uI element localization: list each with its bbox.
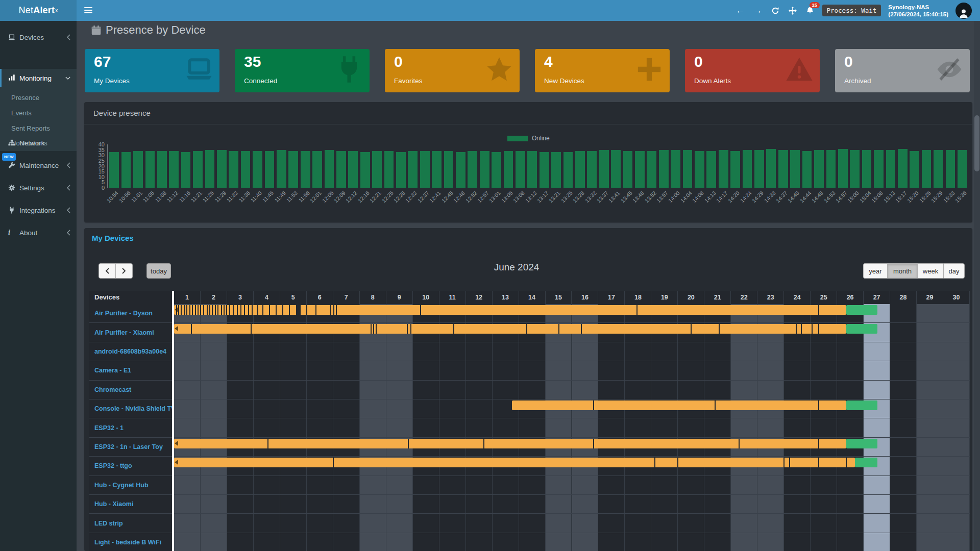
day-cell xyxy=(704,495,731,513)
presence-bar-online-now[interactable] xyxy=(846,400,877,410)
calendar-next-button[interactable] xyxy=(115,263,133,279)
device-name-link[interactable]: Hub - Xiaomi xyxy=(89,495,172,513)
day-cell xyxy=(757,381,784,399)
stat-card-my-devices[interactable]: 67 My Devices xyxy=(85,49,219,92)
stat-value: 0 xyxy=(694,53,703,70)
day-cell xyxy=(386,418,413,437)
presence-bar-online[interactable] xyxy=(174,324,846,334)
back-arrow-icon[interactable]: ← xyxy=(736,6,746,16)
view-week-button[interactable]: week xyxy=(917,263,943,279)
presence-bar-online-now[interactable] xyxy=(855,458,877,467)
device-name-link[interactable]: Hub - Cygnet Hub xyxy=(89,476,172,494)
stat-card-connected[interactable]: 35 Connected xyxy=(235,49,370,92)
device-name-link[interactable]: Camera - E1 xyxy=(89,361,172,380)
day-cell xyxy=(413,399,439,418)
sidebar-item-sent-reports[interactable]: Sent Reports xyxy=(0,121,77,136)
stat-card-down-alerts[interactable]: 0 Down Alerts xyxy=(685,49,820,92)
device-name-link[interactable]: LED strip xyxy=(89,514,172,532)
move-arrows-icon[interactable] xyxy=(788,6,798,16)
sidebar-item-about[interactable]: i About xyxy=(0,225,77,240)
presence-bar-online[interactable] xyxy=(174,305,846,315)
device-name-link[interactable]: Light - bedside B WiFi xyxy=(89,533,172,551)
continues-before-arrow-icon xyxy=(175,326,178,331)
device-name-link[interactable]: ESP32 - ttgo xyxy=(89,457,172,475)
day-cell xyxy=(254,342,280,361)
offline-gap xyxy=(209,305,210,315)
chart-bar xyxy=(157,151,167,188)
sidebar-item-monitoring[interactable]: Monitoring xyxy=(0,69,77,87)
offline-gap xyxy=(262,305,263,315)
day-cell xyxy=(360,381,386,399)
presence-bar-online[interactable] xyxy=(174,439,846,448)
stat-card-new-devices[interactable]: 4 New Devices xyxy=(535,49,670,92)
device-row: Light - bedside B WiFi xyxy=(89,533,970,551)
device-name-link[interactable]: Console - Nvidia Shield TV xyxy=(89,399,172,418)
day-cell xyxy=(201,514,227,532)
offline-gap xyxy=(257,305,258,315)
chart-bar xyxy=(253,151,262,188)
day-header: 24 xyxy=(784,291,811,304)
day-cell xyxy=(201,399,227,418)
chart-bar xyxy=(575,151,585,188)
app-logo[interactable]: NetAlertx xyxy=(0,0,77,21)
sidebar-item-network[interactable]: Network xyxy=(0,135,77,151)
day-cell xyxy=(811,495,837,513)
device-row: Air Purifier - Xiaomi xyxy=(89,323,970,342)
stat-card-favorites[interactable]: 0 Favorites xyxy=(385,49,520,92)
chart-bar xyxy=(623,151,633,188)
forward-arrow-icon[interactable]: → xyxy=(753,6,763,16)
day-cell xyxy=(386,342,413,361)
sidebar-item-events[interactable]: Events xyxy=(0,106,77,120)
sidebar-item-integrations[interactable]: Integrations xyxy=(0,203,77,218)
day-cell xyxy=(280,381,307,399)
page-scrollbar-track[interactable] xyxy=(974,21,980,551)
column-resizer-handle[interactable] xyxy=(172,291,174,551)
chart-bar xyxy=(516,151,525,188)
day-header: 26 xyxy=(837,291,864,304)
sidebar-item-presence[interactable]: Presence xyxy=(0,90,77,105)
hamburger-icon[interactable] xyxy=(84,6,94,15)
calendar-today-button[interactable]: today xyxy=(146,263,171,279)
day-cell xyxy=(174,361,201,380)
page-scrollbar-thumb[interactable] xyxy=(974,115,979,171)
presence-bar-online[interactable] xyxy=(512,400,846,410)
presence-bar-online-now[interactable] xyxy=(846,305,877,315)
stat-card-archived[interactable]: 0 Archived xyxy=(835,49,970,92)
chart-bar xyxy=(444,151,454,188)
presence-bar-chart xyxy=(107,144,967,188)
sidebar-item-label: About xyxy=(19,229,37,237)
device-name-link[interactable]: android-68608b93a00e4 xyxy=(89,342,172,361)
day-cell xyxy=(174,533,201,551)
chart-bar xyxy=(599,150,609,188)
device-name-link[interactable]: Air Purifier - Dyson xyxy=(89,304,172,322)
presence-bar-online-now[interactable] xyxy=(846,324,877,334)
day-cell xyxy=(678,381,704,399)
calendar-prev-button[interactable] xyxy=(99,263,116,279)
offline-gap xyxy=(558,324,559,334)
view-day-button[interactable]: day xyxy=(943,263,965,279)
day-cell xyxy=(439,381,466,399)
device-name-link[interactable]: ESP32 - 1n - Laser Toy xyxy=(89,438,172,456)
today-column-cell xyxy=(864,476,890,494)
day-cell xyxy=(493,533,519,551)
calendar-header-row: Devices 12345678910111213141516171819202… xyxy=(89,291,970,304)
day-cell xyxy=(307,342,333,361)
user-avatar[interactable] xyxy=(955,3,972,19)
day-cell xyxy=(917,323,943,341)
bell-icon[interactable]: 15 xyxy=(805,6,815,16)
presence-bar-online-now[interactable] xyxy=(846,439,877,448)
view-year-button[interactable]: year xyxy=(863,263,887,279)
view-month-button[interactable]: month xyxy=(887,263,917,279)
offline-gap xyxy=(224,305,225,315)
y-tick-label: 10 xyxy=(84,174,105,180)
sidebar-item-settings[interactable]: Settings xyxy=(0,180,77,195)
x-tick-label: 14:44 xyxy=(798,190,812,204)
device-name-link[interactable]: ESP32 - 1 xyxy=(89,418,172,437)
star-icon xyxy=(485,55,513,84)
refresh-icon[interactable] xyxy=(770,6,780,16)
sidebar-item-devices[interactable]: Devices xyxy=(0,30,77,45)
presence-bar-online[interactable] xyxy=(174,458,855,467)
device-name-link[interactable]: Air Purifier - Xiaomi xyxy=(89,323,172,341)
device-name-link[interactable]: Chromecast xyxy=(89,381,172,399)
day-cell xyxy=(598,514,625,532)
